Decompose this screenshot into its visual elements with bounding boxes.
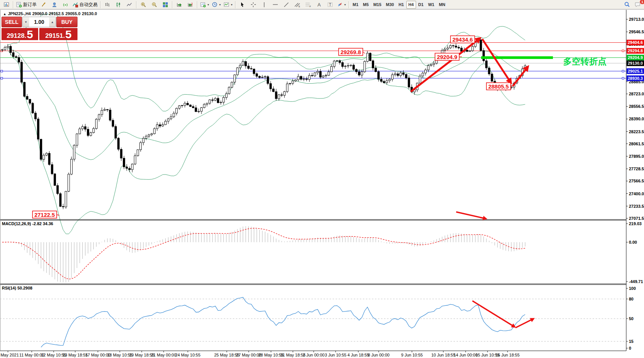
candle-body bbox=[466, 50, 468, 51]
vertical-line-tool-button[interactable] bbox=[259, 0, 270, 9]
candle-body bbox=[267, 76, 269, 83]
buy-button[interactable]: BUY bbox=[56, 17, 77, 27]
volume-increase-button[interactable]: ▲ bbox=[49, 17, 56, 27]
profile-button[interactable] bbox=[49, 0, 60, 9]
text-tool-button[interactable]: A bbox=[314, 0, 325, 9]
fibonacci-tool-button[interactable]: F bbox=[303, 0, 314, 9]
arrows-tool-button[interactable]: ▾ bbox=[336, 0, 347, 9]
timeframe-mn-button[interactable]: MN bbox=[437, 1, 447, 9]
crosshair-tool-button[interactable] bbox=[248, 0, 259, 9]
candle-body bbox=[29, 99, 31, 103]
price-callout-label: 27122.5 bbox=[34, 212, 55, 218]
time-tick-label: 4 Jun 18:55 bbox=[347, 353, 369, 357]
periods-button[interactable]: ▾ bbox=[211, 0, 222, 9]
chat-button[interactable]: 1 bbox=[632, 0, 643, 9]
new-order-button[interactable]: 新订单 bbox=[15, 0, 38, 9]
tile-windows-button[interactable] bbox=[160, 0, 171, 9]
horizontal-line-tool-button[interactable] bbox=[270, 0, 281, 9]
sell-price-main: 29128. bbox=[7, 32, 26, 40]
trendline-tool-button[interactable] bbox=[281, 0, 292, 9]
buy-price-main: 29151. bbox=[45, 32, 65, 40]
candle-body bbox=[231, 82, 233, 87]
sell-price[interactable]: 29128.5 bbox=[2, 28, 38, 40]
search-button[interactable] bbox=[621, 0, 632, 9]
line-handle[interactable] bbox=[622, 50, 624, 52]
timeframe-h1-button[interactable]: H1 bbox=[396, 1, 406, 9]
charts-button[interactable] bbox=[1, 0, 12, 9]
candle-body bbox=[87, 129, 89, 136]
auto-scroll-button[interactable] bbox=[174, 0, 185, 9]
candle-body bbox=[262, 77, 263, 78]
time-tick-label: 31 May 18:55 bbox=[280, 353, 306, 357]
collapse-icon[interactable]: ▲ bbox=[3, 12, 6, 16]
candle-body bbox=[189, 105, 191, 106]
time-tick-label: 13 May 18:55 bbox=[63, 353, 88, 357]
line-handle[interactable] bbox=[622, 77, 624, 79]
trend-arrow[interactable] bbox=[456, 212, 486, 219]
candle-body bbox=[289, 83, 291, 84]
line-handle[interactable] bbox=[1, 77, 3, 79]
new-chart-button[interactable]: ▾ bbox=[199, 0, 211, 9]
bar-chart-button[interactable] bbox=[102, 0, 113, 9]
cursor-tool-button[interactable] bbox=[237, 0, 248, 9]
tile-windows-icon bbox=[163, 2, 168, 8]
macd-signal-line bbox=[2, 228, 525, 279]
autotrading-label: 自动交易 bbox=[79, 2, 98, 8]
line-handle[interactable] bbox=[622, 70, 624, 72]
timeframe-m30-button[interactable]: M30 bbox=[384, 1, 396, 9]
time-tick-label: 11 May 00:00 bbox=[19, 353, 44, 357]
volume-input[interactable] bbox=[29, 17, 49, 27]
trendline-icon bbox=[283, 2, 289, 8]
zoom-out-button[interactable] bbox=[149, 0, 160, 9]
candlestick-chart-button[interactable] bbox=[113, 0, 124, 9]
trend-arrow[interactable] bbox=[516, 319, 534, 328]
candle-body bbox=[375, 68, 377, 72]
text-label-tool-button[interactable]: T bbox=[325, 0, 336, 9]
candle-body bbox=[223, 97, 224, 102]
new-order-icon bbox=[16, 2, 22, 8]
autotrading-button[interactable]: 自动交易 bbox=[71, 0, 99, 9]
buy-price[interactable]: 29151.5 bbox=[39, 28, 77, 40]
candle-body bbox=[59, 194, 61, 207]
candle-body bbox=[176, 108, 178, 113]
price-tick-label: 27071.5 bbox=[629, 216, 644, 221]
time-tick-label: 21 May 00:00 bbox=[151, 353, 176, 357]
signal-button[interactable] bbox=[60, 0, 71, 9]
candle-body bbox=[347, 65, 349, 66]
sell-button[interactable]: SELL bbox=[2, 17, 22, 27]
templates-button[interactable]: ▾ bbox=[222, 0, 234, 9]
volume-decrease-button[interactable]: ▼ bbox=[23, 17, 29, 27]
timeframe-m5-button[interactable]: M5 bbox=[361, 1, 371, 9]
line-chart-button[interactable] bbox=[124, 0, 135, 9]
line-handle[interactable] bbox=[1, 70, 3, 72]
equidistant-channel-tool-button[interactable]: E bbox=[292, 0, 303, 9]
zoom-in-button[interactable] bbox=[138, 0, 149, 9]
toolbar-separator bbox=[348, 1, 349, 8]
time-tick-label: 10 Jun 18:55 bbox=[431, 353, 455, 357]
chart-canvas[interactable]: 29713.029546.529380.028885.028723.028556… bbox=[0, 0, 644, 358]
timeframe-w1-button[interactable]: W1 bbox=[426, 1, 437, 9]
price-tick-label: 29713.0 bbox=[629, 17, 644, 22]
candle-body bbox=[7, 46, 9, 47]
trend-arrow[interactable] bbox=[513, 67, 528, 86]
rsi-axis-label: 15 bbox=[629, 339, 633, 344]
candle-body bbox=[259, 76, 260, 78]
trend-arrow[interactable] bbox=[472, 301, 515, 327]
macd-axis-label: -449.71 bbox=[629, 279, 643, 284]
timeframe-h4-button[interactable]: H4 bbox=[406, 1, 416, 9]
timeframe-m15-button[interactable]: M15 bbox=[371, 1, 384, 9]
candle-body bbox=[115, 126, 117, 138]
candle-body bbox=[178, 106, 180, 108]
candle-body bbox=[397, 74, 399, 76]
timeframe-d1-button[interactable]: D1 bbox=[416, 1, 426, 9]
attach-button[interactable] bbox=[38, 0, 49, 9]
candle-body bbox=[328, 72, 330, 75]
trend-arrow[interactable] bbox=[411, 38, 480, 92]
candle-body bbox=[306, 79, 308, 79]
timeframe-m1-button[interactable]: M1 bbox=[350, 1, 361, 9]
new-chart-icon bbox=[200, 2, 206, 8]
chart-shift-button[interactable] bbox=[185, 0, 196, 9]
candle-body bbox=[422, 73, 424, 76]
candle-body bbox=[408, 78, 410, 87]
candle-body bbox=[40, 139, 42, 159]
